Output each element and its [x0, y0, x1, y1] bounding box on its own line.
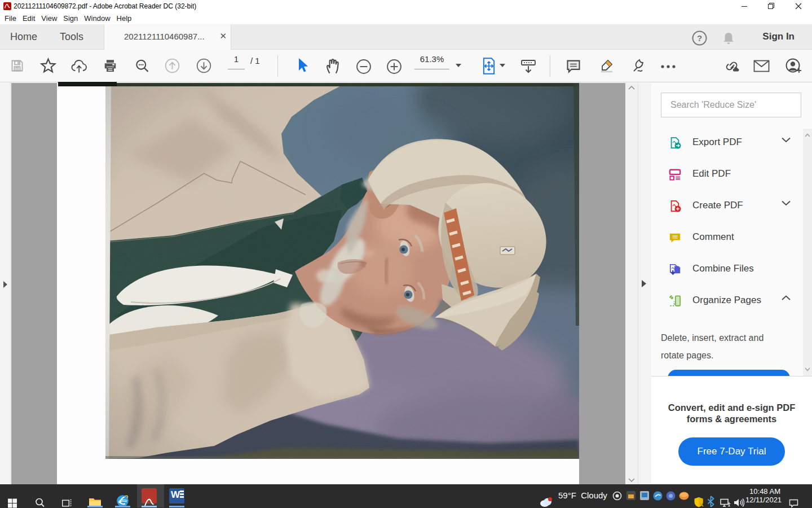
svg-text:?: ?	[697, 33, 702, 43]
